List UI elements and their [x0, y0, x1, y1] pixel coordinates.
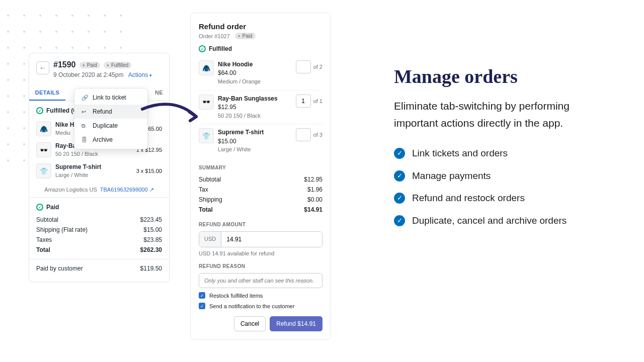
archive-icon: 🗄	[82, 137, 88, 143]
item-name: Supreme T-shirt	[55, 163, 132, 171]
item-name: Nike Hoodie	[218, 60, 292, 69]
actions-dropdown-trigger[interactable]: Actions	[128, 71, 152, 78]
refund-panel: Refund order Order #1027 Paid ✓ Fulfille…	[190, 13, 331, 340]
fulfilled-badge: Fulfilled	[104, 62, 131, 68]
restock-label: Restock fulfilled items	[209, 293, 263, 299]
cancel-button[interactable]: Cancel	[234, 316, 266, 331]
notify-label: Send a notification to the customer	[209, 303, 294, 309]
shipping-value: $0.00	[307, 196, 323, 203]
refund-title: Refund order	[199, 22, 323, 31]
subtotal-value: $223.45	[140, 216, 162, 223]
paid-label: Paid	[46, 204, 59, 211]
paid-by-value: $119.50	[140, 265, 162, 272]
refund-button[interactable]: Refund $14.91	[270, 316, 323, 331]
refund-amount-input[interactable]	[221, 232, 322, 247]
taxes-label: Taxes	[36, 236, 52, 243]
dropdown-label: Link to ticket	[93, 94, 126, 101]
subtotal-label: Subtotal	[199, 176, 221, 183]
refund-order-label: Order #1027	[199, 33, 230, 39]
shipping-label: Shipping	[199, 196, 222, 203]
order-date: 9 October 2020 at 2:45pm	[53, 71, 123, 78]
paid-badge: Paid	[79, 62, 100, 68]
checkbox-icon: ✓	[199, 292, 205, 299]
marketing-title: Manage orders	[394, 65, 585, 87]
marketing-subtitle: Eliminate tab-switching by performing im…	[394, 98, 585, 131]
paid-badge: Paid	[235, 33, 256, 39]
dropdown-item-duplicate[interactable]: ⧉ Duplicate	[74, 119, 147, 133]
tax-label: Tax	[199, 186, 208, 193]
paid-section-header: ✓ Paid	[36, 204, 162, 211]
back-button[interactable]: ←	[36, 61, 49, 74]
tab-details[interactable]: DETAILS	[29, 85, 65, 101]
link-icon: 🔗	[82, 95, 88, 101]
item-variant: Medium / Orange	[218, 78, 292, 86]
item-qty-price: 3 x $15.00	[136, 168, 162, 174]
refund-available-hint: USD 14.91 available for refund	[199, 250, 323, 256]
check-circle-icon: ✓	[199, 45, 206, 52]
dropdown-item-archive[interactable]: 🗄 Archive	[74, 133, 147, 147]
reason-header: REFUND REASON	[199, 263, 323, 269]
refund-icon: ↩	[82, 109, 88, 115]
check-icon: ✓	[394, 193, 405, 204]
dropdown-item-link-ticket[interactable]: 🔗 Link to ticket	[74, 90, 147, 105]
feature-label: Manage payments	[412, 169, 491, 184]
qty-input[interactable]	[296, 95, 311, 108]
product-thumb: 👕	[36, 163, 51, 178]
total-value: $262.30	[140, 246, 162, 253]
feature-label: Refund and restock orders	[412, 191, 525, 206]
subtotal-label: Subtotal	[36, 216, 58, 223]
refund-reason-input[interactable]	[199, 273, 323, 288]
qty-of: of 2	[313, 64, 323, 70]
flow-arrow-icon	[140, 97, 205, 127]
item-price: $15.00	[218, 137, 292, 146]
order-number: #1590	[53, 60, 76, 69]
feature-item: ✓ Duplicate, cancel and archive orders	[394, 214, 585, 228]
qty-input[interactable]	[296, 128, 311, 141]
amount-header: REFUND AMOUNT	[199, 222, 323, 227]
dropdown-label: Refund	[93, 108, 112, 115]
item-name: Ray-Ban Sunglasses	[218, 95, 292, 103]
item-variant: Large / White	[218, 146, 292, 154]
feature-item: ✓ Manage payments	[394, 169, 585, 184]
summary-header: SUMMARY	[199, 165, 323, 170]
dropdown-item-refund[interactable]: ↩ Refund	[74, 105, 147, 119]
paid-by-label: Paid by customer	[36, 265, 83, 272]
item-variant: 50 20 150 / Black	[218, 112, 292, 120]
order-card: ← #1590 Paid Fulfilled 9 October 2020 at…	[29, 53, 170, 282]
currency-label: USD	[199, 232, 221, 247]
duplicate-icon: ⧉	[82, 123, 88, 129]
check-icon: ✓	[394, 215, 405, 226]
list-item: 👕 Supreme T-shirt Large / White 3 x $15.…	[36, 160, 162, 182]
checkbox-icon: ✓	[199, 303, 205, 309]
dropdown-label: Duplicate	[93, 122, 118, 129]
refund-item: 🧥 Nike Hoodie $64.00 Medium / Orange of …	[199, 56, 323, 90]
product-thumb: 👕	[199, 128, 214, 143]
product-thumb: 🧥	[199, 60, 214, 75]
tracking-link[interactable]: TBA619632698000 ↗	[100, 187, 154, 193]
feature-item: ✓ Link tickets and orders	[394, 146, 585, 161]
product-thumb: 🕶️	[36, 142, 51, 157]
refund-fulfilled-header: ✓ Fulfilled	[199, 45, 323, 52]
refund-item: 👕 Supreme T-shirt $15.00 Large / White o…	[199, 124, 323, 158]
check-icon: ✓	[394, 170, 405, 182]
total-label: Total	[36, 246, 50, 253]
subtotal-value: $12.95	[304, 176, 323, 183]
feature-item: ✓ Refund and restock orders	[394, 191, 585, 206]
actions-dropdown: 🔗 Link to ticket ↩ Refund ⧉ Duplicate 🗄 …	[74, 88, 148, 149]
product-thumb: 🧥	[36, 121, 51, 136]
tax-value: $1.96	[307, 186, 323, 193]
item-name: Supreme T-shirt	[218, 128, 292, 137]
item-price: $12.95	[218, 103, 292, 112]
arrow-left-icon: ←	[39, 64, 46, 72]
marketing-section: Manage orders Eliminate tab-switching by…	[394, 65, 585, 236]
restock-checkbox-row[interactable]: ✓ Restock fulfilled items	[199, 292, 323, 299]
item-variant: Large / White	[55, 171, 132, 178]
shipping-value: $15.00	[143, 226, 162, 233]
item-variant: 50 20 150 / Black	[55, 150, 132, 157]
refund-item: 🕶️ Ray-Ban Sunglasses $12.95 50 20 150 /…	[199, 90, 323, 125]
notify-checkbox-row[interactable]: ✓ Send a notification to the customer	[199, 303, 323, 309]
feature-label: Duplicate, cancel and archive orders	[412, 214, 567, 228]
qty-input[interactable]	[296, 60, 311, 73]
taxes-value: $23.85	[143, 236, 162, 243]
qty-of: of 3	[313, 132, 323, 138]
